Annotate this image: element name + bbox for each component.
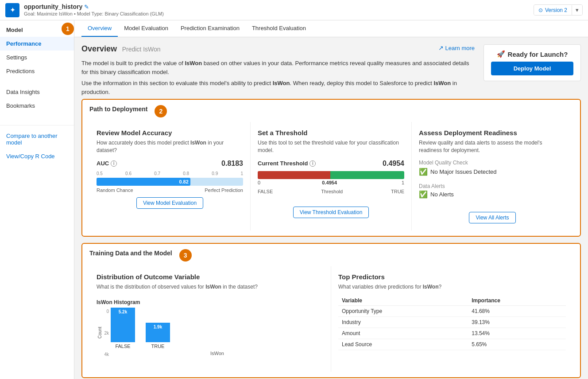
threshold-card-desc: Use this tool to set the threshold value… [258, 139, 404, 154]
hist-bars: 5.2k FALSE 1.9k TRUE [111, 309, 324, 349]
overview-header: Overview Predict IsWon ↗ Learn more [81, 44, 475, 54]
distribution-card: Distribution of Outcome Variable What is… [89, 266, 331, 372]
tabs-bar: Overview Model Evaluation Prediction Exa… [74, 20, 588, 37]
overview-title: Overview [81, 44, 117, 53]
distribution-card-title: Distribution of Outcome Variable [97, 273, 324, 281]
model-name: opportunity_history [24, 3, 82, 10]
sidebar-item-settings[interactable]: Settings [0, 51, 74, 64]
predictor-variable-0: Opportunity Type [338, 306, 468, 317]
threshold-bar [258, 171, 404, 179]
hist-x-label-true: TRUE [151, 344, 165, 349]
threshold-marker-value: 0.4954 [322, 180, 337, 185]
hist-bar-true-label: 1.9k [154, 324, 162, 329]
threshold-card-title: Set a Threshold [258, 129, 404, 137]
predictor-variable-2: Amount [338, 328, 468, 339]
threshold-info-icon[interactable]: i [309, 160, 316, 167]
tab-threshold-evaluation[interactable]: Threshold Evaluation [246, 20, 312, 37]
sidebar-link-view-copy[interactable]: View/Copy R Code [0, 149, 74, 163]
distribution-card-desc: What is the distribution of observed val… [97, 283, 324, 291]
threshold-true-label: TRUE [391, 189, 404, 194]
predictor-importance-3: 5.65% [468, 339, 566, 350]
hist-x-title: IsWon [111, 351, 324, 356]
data-alerts-check-icon: ✅ [419, 190, 428, 199]
data-alerts-title: Data Alerts [419, 183, 566, 189]
app-icon: ✦ [5, 3, 19, 17]
sidebar: Model 1 Performance Settings Predictions… [0, 20, 74, 379]
sidebar-divider [0, 125, 74, 125]
threshold-scale-1: 1 [402, 180, 404, 185]
content-area: Overview Model Evaluation Prediction Exa… [74, 20, 588, 379]
sidebar-item-predictions[interactable]: Predictions [0, 64, 74, 78]
predictor-importance-2: 13.54% [468, 328, 566, 339]
deployment-readiness-card: Assess Deployment Readiness Review quali… [412, 122, 573, 231]
path-section-title: Path to Deployment [89, 105, 147, 113]
version-button[interactable]: ⊙ Version 2 ▾ [534, 4, 583, 16]
auc-row: AUC i 0.8183 [97, 160, 243, 168]
sidebar-item-data-insights[interactable]: Data Insights [0, 85, 74, 99]
predictors-card-title: Top Predictors [338, 273, 566, 281]
view-all-alerts-button[interactable]: View All Alerts [469, 212, 515, 223]
threshold-false-label: FALSE [258, 189, 273, 194]
training-badge: 3 [179, 249, 192, 262]
bar-scale: 0.50.60.70.80.91 [97, 171, 243, 176]
overview-desc-1: The model is built to predict the value … [81, 59, 475, 76]
threshold-scale-0: 0 [258, 180, 260, 185]
view-model-evaluation-button[interactable]: View Model Evaluation [136, 197, 203, 209]
hist-x-label-false: FALSE [115, 344, 130, 349]
hist-bar-true: 1.9k TRUE [146, 323, 170, 349]
sidebar-item-bookmarks[interactable]: Bookmarks [0, 99, 74, 113]
hist-bar-false: 5.2k FALSE [111, 308, 135, 349]
auc-info-icon[interactable]: i [111, 160, 117, 167]
tab-overview[interactable]: Overview [81, 20, 118, 37]
top-header: ✦ opportunity_history ✎ Goal: Maximize I… [0, 0, 588, 20]
predictor-variable-1: Industry [338, 317, 468, 328]
histogram-wrapper: IsWon Histogram 4k 2k 0 Count [97, 296, 324, 365]
auc-progress-bar: 0.82 [97, 178, 243, 186]
overview-top-row: Overview Predict IsWon ↗ Learn more The … [81, 44, 581, 99]
path-badge: 2 [155, 105, 167, 117]
overview-left: Overview Predict IsWon ↗ Learn more The … [81, 44, 475, 99]
auc-value: 0.8183 [221, 160, 243, 168]
table-row: Amount 13.54% [338, 328, 566, 339]
predictors-card: Top Predictors What variables drive pred… [331, 266, 573, 372]
sidebar-item-performance[interactable]: Performance [0, 37, 74, 51]
hist-bar-true-fill: 1.9k [146, 323, 170, 342]
hist-bar-false-fill: 5.2k [111, 308, 135, 342]
path-to-deployment-section: Path to Deployment 2 Review Model Accura… [81, 99, 581, 237]
header-left: ✦ opportunity_history ✎ Goal: Maximize I… [5, 3, 164, 17]
hist-bar-false-label: 5.2k [119, 309, 127, 314]
version-dropdown-arrow[interactable]: ▾ [572, 5, 582, 15]
overview-content: Overview Predict IsWon ↗ Learn more The … [74, 37, 588, 379]
model-goal: Goal: Maximize IsWon • Model Type: Binar… [24, 11, 164, 16]
overview-desc-2: Use the information in this section to e… [81, 79, 475, 96]
hist-y-title: Count [97, 327, 102, 339]
training-cards-grid: Distribution of Outcome Variable What is… [89, 266, 573, 372]
deploy-model-button[interactable]: Deploy Model [491, 62, 573, 75]
launch-box-title: 🚀 Ready for Launch? [497, 50, 568, 58]
sidebar-link-compare[interactable]: Compare to another model [0, 129, 74, 149]
predictors-table: Variable Importance Opportunity Type 41.… [338, 296, 566, 350]
predictors-col-importance: Importance [468, 296, 566, 306]
tab-model-evaluation[interactable]: Model Evaluation [118, 20, 174, 37]
sidebar-section-label: Model [0, 20, 29, 37]
predictor-importance-1: 39.13% [468, 317, 566, 328]
sidebar-badge-1: 1 [62, 23, 74, 35]
edit-icon[interactable]: ✎ [84, 4, 89, 10]
launch-box: 🚀 Ready for Launch? Deploy Model [484, 44, 581, 81]
training-data-section: Training Data and the Model 3 Distributi… [81, 243, 581, 379]
histogram-title: IsWon Histogram [97, 299, 324, 305]
learn-more-link[interactable]: ↗ Learn more [438, 44, 475, 51]
threshold-bar-wrapper: 0 0.4954 1 FALSE Threshold TRUE [258, 171, 404, 194]
tab-prediction-examination[interactable]: Prediction Examination [174, 20, 246, 37]
quality-check-row: ✅ No Major Issues Detected [419, 168, 566, 176]
predictor-variable-3: Lead Source [338, 339, 468, 350]
view-threshold-evaluation-button[interactable]: View Threshold Evaluation [293, 207, 369, 218]
review-card-title: Review Model Accuracy [97, 129, 243, 137]
training-section-title: Training Data and the Model [89, 250, 172, 257]
overview-title-group: Overview Predict IsWon [81, 44, 161, 54]
overview-subtitle: Predict IsWon [122, 46, 161, 53]
quality-check-icon: ✅ [419, 168, 428, 176]
data-alerts-value: No Alerts [430, 191, 454, 198]
table-row: Opportunity Type 41.68% [338, 306, 566, 317]
version-label[interactable]: ⊙ Version 2 [534, 5, 572, 15]
